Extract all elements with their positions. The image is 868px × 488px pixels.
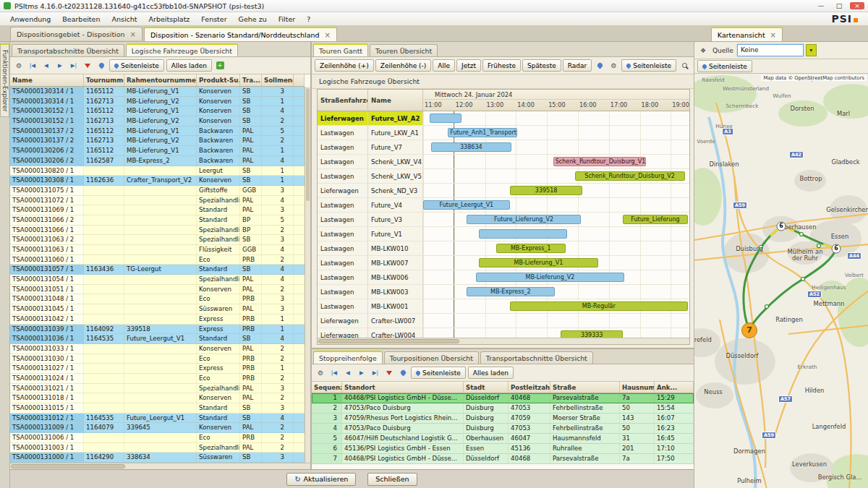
table-row[interactable]: TSA0000131036 / 11164535Future_Leergut_V… <box>10 334 305 344</box>
gantt-bar[interactable]: 338634 <box>431 142 511 152</box>
gantt-bar[interactable]: Future_Lieferung <box>623 215 688 224</box>
table-row[interactable]: TSA0000130206 / 21162587MB-Express_2Back… <box>10 156 305 166</box>
filter-icon[interactable] <box>383 367 395 379</box>
table-row[interactable]: TSA0000130314 / 11165112MB-Lieferung_V1K… <box>10 87 305 97</box>
gantt-toolbar-button[interactable]: Früheste <box>482 59 521 72</box>
table-row[interactable]: 447053/Paco DuisburgDuisburg47053Fehrbel… <box>312 424 694 434</box>
table-row[interactable]: TSA0000131000 / 11164290338634SüsswarenS… <box>10 453 305 463</box>
scrollbar-thumb[interactable] <box>306 88 310 201</box>
gantt-bar[interactable]: MB-Lieferung_V2 <box>476 273 624 282</box>
last-page-icon[interactable]: ▶| <box>370 367 381 379</box>
map-marker[interactable]: 6 <box>832 244 841 254</box>
gantt-bar[interactable]: MB-Express_2 <box>467 287 555 296</box>
vertical-tab-funktionen-explorer[interactable]: Funktionen-Explorer <box>0 43 9 117</box>
seitenleiste-button[interactable]: Seitenleiste <box>697 60 752 72</box>
gantt-row[interactable]: LastwagenFuture_V7338634 <box>318 140 689 155</box>
table-row[interactable]: TSA0000131006 / 1EcoPRB2 <box>10 433 305 443</box>
menu-item[interactable]: Filter <box>273 14 302 25</box>
horizontal-scrollbar[interactable] <box>318 338 689 344</box>
search-icon[interactable] <box>678 60 690 72</box>
close-icon[interactable]: × <box>130 30 136 38</box>
table-row[interactable]: TSA0000130152 / 11162713MB-Lieferung_V2K… <box>10 116 305 127</box>
gantt-row[interactable]: LastwagenFuture_V1 <box>318 227 689 241</box>
menu-item[interactable]: Fenster <box>195 14 232 25</box>
table-row[interactable]: TSA0000131009 / 11164079339645KonservenP… <box>10 423 305 433</box>
gantt-bar[interactable]: Schenk_Rundtour_Duisburg_V1 <box>553 157 646 166</box>
table-row[interactable]: TSA0000131012 / 11164535Future_Leergut_V… <box>10 414 305 424</box>
gantt-row[interactable]: LastwagenMB-LKW003MB-Express_2 <box>318 285 689 299</box>
main-tab[interactable]: Dispositionsgebiet - Disposition× <box>10 27 142 40</box>
tab[interactable]: Transportabschnitte Übersicht <box>480 351 593 364</box>
table-row[interactable]: 546047/Hilfi Deutschland Logistik G...Ob… <box>312 434 694 444</box>
table-row[interactable]: TSA0000131057 / 11163436TG-LeergutStanda… <box>10 265 305 275</box>
gantt-row[interactable]: LastwagenMB-LKW006MB-Lieferung_V2 <box>318 270 689 285</box>
table-row[interactable]: TSA0000130137 / 21165112MB-Lieferung_V1B… <box>10 127 305 137</box>
table-row[interactable]: TSA0000130206 / 21165112MB-Lieferung_V1B… <box>10 146 305 156</box>
menu-item[interactable]: Anwendung <box>4 14 56 25</box>
maximize-icon[interactable]: □ <box>832 2 846 9</box>
vertical-scrollbar[interactable] <box>305 87 310 463</box>
table-row[interactable]: TSA0000131066 / 1Spezialhandli...BP2 <box>10 226 305 236</box>
tab[interactable]: Stoppreihenfolge <box>313 351 383 364</box>
gantt-row[interactable]: LastwagenSchenk_LKW_V4Schenk_Rundtour_Du… <box>318 155 689 169</box>
gantt-row[interactable]: LastwagenMB-LKW001MB-Regulär <box>318 299 689 314</box>
seitenleiste-button[interactable]: Seitenleiste <box>109 59 164 72</box>
menu-item[interactable]: ? <box>301 14 316 25</box>
gantt-toolbar-button[interactable]: Späteste <box>522 59 561 72</box>
gantt-bar[interactable]: Future_Anh1_Transport <box>448 128 517 137</box>
table-row[interactable]: TSA0000130137 / 21162713MB-Lieferung_V2B… <box>10 136 305 146</box>
pin-icon[interactable] <box>594 60 605 72</box>
gantt-row[interactable]: LieferwagenCrafter-LW007 <box>318 314 689 328</box>
gantt-toolbar-button[interactable]: Alle <box>433 59 455 72</box>
close-icon[interactable]: × <box>770 31 776 39</box>
table-row[interactable]: TSA0000130314 / 11162713MB-Lieferung_V2K… <box>10 97 305 107</box>
table-row[interactable]: TSA0000131069 / 1StandardPAL3 <box>10 205 305 215</box>
table-row[interactable]: TSA0000131042 / 1ExpressPRB1 <box>10 314 305 325</box>
menu-item[interactable]: Gehe zu <box>233 14 273 25</box>
table-row[interactable]: 740468/PSI Logistics GmbH - Düsse...Düss… <box>312 454 694 464</box>
settings-icon[interactable]: ⚙ <box>13 60 25 72</box>
next-page-icon[interactable]: ▶ <box>54 60 66 72</box>
table-row[interactable]: TSA0000131075 / 1GiftstoffeGGB3 <box>10 186 305 196</box>
add-icon[interactable]: + <box>214 60 226 72</box>
map-marker[interactable]: 7 <box>741 322 757 338</box>
alles-laden-button[interactable]: Alles laden <box>166 59 212 72</box>
seitenleiste-button[interactable]: Seitenleiste <box>411 367 466 379</box>
gantt-toolbar-button[interactable]: Radar <box>563 59 592 72</box>
table-row[interactable]: TSA0000131066 / 2StandardBP5 <box>10 215 305 226</box>
last-page-icon[interactable]: ▶| <box>68 60 80 72</box>
gantt-bar[interactable]: MB-Regulär <box>510 301 688 311</box>
gantt-row[interactable]: LieferwagenFuture_LW_A2 <box>318 111 689 126</box>
table-row[interactable]: TSA0000131021 / 1Spezialhandli...PAL3 <box>10 384 305 394</box>
gantt-bar[interactable]: MB-Lieferung_V1 <box>479 258 598 267</box>
tab[interactable]: Touren Übersicht <box>370 44 438 56</box>
pin-icon[interactable] <box>95 60 107 72</box>
source-select[interactable]: Keine <box>737 44 804 56</box>
gantt-row[interactable]: LieferwagenSchenk_ND_V3339518 <box>318 184 689 198</box>
first-page-icon[interactable]: |◀ <box>328 367 340 379</box>
table-row[interactable]: 247053/Paco DuisburgDuisburg47053Fehrbel… <box>312 403 694 414</box>
gantt-bar[interactable]: Future_Leergut_V1 <box>423 200 510 210</box>
menu-item[interactable]: Arbeitsplatz <box>143 14 196 25</box>
map-marker[interactable]: 6 <box>777 222 786 231</box>
tab-kartenansicht[interactable]: Kartenansicht × <box>711 27 783 41</box>
next-page-icon[interactable]: ▶ <box>356 367 367 379</box>
tab[interactable]: Touren Gantt <box>313 43 368 56</box>
gantt-bar[interactable]: Schenk_Rundtour_Duisburg_V2 <box>575 171 685 181</box>
gantt-bar[interactable]: 339333 <box>561 330 623 338</box>
layers-icon[interactable]: ❖ <box>697 45 709 56</box>
table-row[interactable]: TSA0000130152 / 11165112MB-Lieferung_V1K… <box>10 106 305 116</box>
table-row[interactable]: TSA0000131027 / 1ExpressPRB1 <box>10 364 305 374</box>
table-row[interactable]: TSA0000131033 / 1KonservenPAL2 <box>10 344 305 354</box>
scrollbar-thumb[interactable] <box>11 464 125 468</box>
minimize-icon[interactable]: — <box>814 2 828 9</box>
table-row[interactable]: TSA0000131063 / 2Spezialhandli...SB3 <box>10 235 305 245</box>
gantt-bar[interactable] <box>430 114 462 123</box>
gantt-row[interactable]: LastwagenFuture_V3Future_Lieferung_V2Fut… <box>318 213 689 227</box>
gantt-bar[interactable]: Future_Lieferung_V2 <box>467 215 581 224</box>
table-row[interactable]: 347059/Rhesus Port Logistics Rhein...Dui… <box>312 414 694 424</box>
table-row[interactable]: 645136/PSI Logistics GmbH - EssenEssen45… <box>312 444 694 454</box>
filter-icon[interactable] <box>82 60 93 72</box>
gantt-toolbar-button[interactable]: Jetzt <box>456 59 481 72</box>
gantt-row[interactable]: LieferwagenCrafter-LW004339333 <box>318 328 689 338</box>
